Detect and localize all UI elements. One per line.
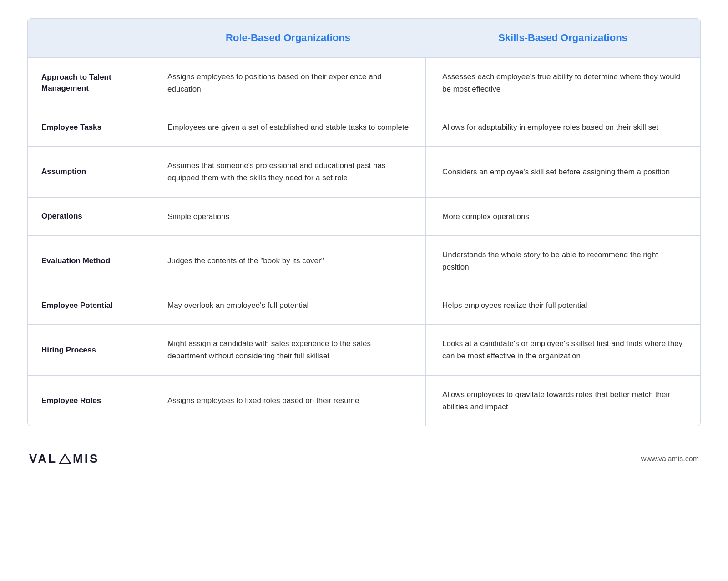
- row-label-text: Assumption: [41, 166, 86, 177]
- row-label: Employee Potential: [28, 286, 151, 324]
- row-label-text: Hiring Process: [41, 345, 96, 356]
- comparison-table: Role-Based Organizations Skills-Based Or…: [27, 18, 701, 426]
- skills-based-cell: Looks at a candidate's or employee's ski…: [425, 324, 700, 375]
- header-skills-based: Skills-Based Organizations: [425, 19, 700, 57]
- skills-based-cell: Helps employees realize their full poten…: [425, 286, 700, 324]
- skills-based-cell: Understands the whole story to be able t…: [425, 235, 700, 286]
- row-label: Employee Tasks: [28, 108, 151, 146]
- table-rows: Approach to Talent ManagementAssigns emp…: [28, 57, 700, 426]
- skills-based-cell: More complex operations: [425, 197, 700, 235]
- row-label-text: Employee Tasks: [41, 122, 101, 133]
- footer-url: www.valamis.com: [641, 455, 699, 463]
- header-role-based-title: Role-Based Organizations: [226, 31, 350, 45]
- skills-based-cell: Allows employees to gravitate towards ro…: [425, 375, 700, 426]
- role-based-cell: Employees are given a set of established…: [151, 108, 425, 146]
- skills-based-cell: Allows for adaptability in employee role…: [425, 108, 700, 146]
- skills-based-cell: Assesses each employee's true ability to…: [425, 57, 700, 108]
- role-based-cell: Assumes that someone's professional and …: [151, 146, 425, 197]
- table-grid: Role-Based Organizations Skills-Based Or…: [28, 19, 700, 57]
- role-based-cell: Assigns employees to positions based on …: [151, 57, 425, 108]
- row-label-text: Operations: [41, 211, 82, 222]
- role-based-cell: Judges the contents of the "book by its …: [151, 235, 425, 286]
- row-label-text: Employee Roles: [41, 395, 101, 406]
- role-based-cell: Simple operations: [151, 197, 425, 235]
- role-based-cell: May overlook an employee's full potentia…: [151, 286, 425, 324]
- row-label-text: Evaluation Method: [41, 255, 110, 266]
- logo: VAL MIS: [29, 452, 99, 466]
- row-label: Hiring Process: [28, 324, 151, 375]
- row-label: Assumption: [28, 146, 151, 197]
- footer: VAL MIS www.valamis.com: [27, 448, 701, 469]
- svg-marker-0: [60, 454, 71, 464]
- row-label: Evaluation Method: [28, 235, 151, 286]
- row-label: Approach to Talent Management: [28, 57, 151, 108]
- row-label: Employee Roles: [28, 375, 151, 426]
- row-label-text: Employee Potential: [41, 300, 113, 311]
- header-role-based: Role-Based Organizations: [151, 19, 425, 57]
- role-based-cell: Might assign a candidate with sales expe…: [151, 324, 425, 375]
- logo-icon: [59, 453, 71, 465]
- header-skills-based-title: Skills-Based Organizations: [498, 31, 627, 45]
- row-label-text: Approach to Talent Management: [41, 72, 137, 94]
- skills-based-cell: Considers an employee's skill set before…: [425, 146, 700, 197]
- logo-text: VAL: [29, 452, 57, 466]
- logo-text-2: MIS: [73, 452, 99, 466]
- row-label: Operations: [28, 197, 151, 235]
- role-based-cell: Assigns employees to fixed roles based o…: [151, 375, 425, 426]
- header-empty-cell: [28, 19, 151, 57]
